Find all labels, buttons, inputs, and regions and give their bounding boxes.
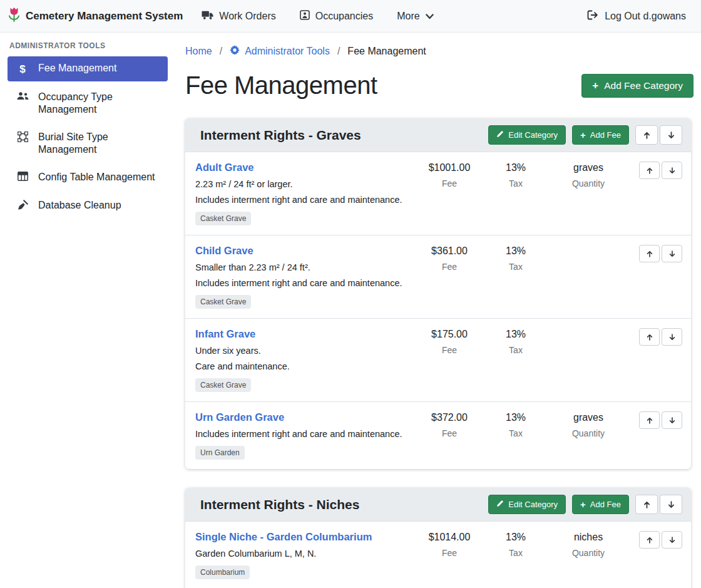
logout-label: Log Out d.gowans	[605, 11, 686, 22]
nav-links: Work Orders Occupancies More	[202, 10, 433, 23]
fee-tax-cell: 13% Tax	[486, 162, 546, 188]
page-header: Fee Management + Add Fee Category	[185, 71, 693, 100]
sidebar-item-label: Database Cleanup	[38, 199, 121, 212]
category-header: Interment Rights - Graves Edit Category …	[185, 118, 691, 152]
fee-amount-label: Fee	[413, 548, 486, 558]
fee-type-badge: Casket Grave	[195, 378, 251, 392]
fee-amount-label: Fee	[413, 262, 486, 272]
fee-amount-label: Fee	[413, 178, 486, 188]
fee-name-link[interactable]: Infant Grave	[195, 328, 255, 339]
nav-item-more[interactable]: More	[397, 11, 433, 22]
fee-amount-cell: $1014.00 Fee	[413, 531, 486, 558]
move-fee-up-button[interactable]	[639, 162, 660, 179]
tulip-logo-icon	[8, 6, 21, 26]
add-fee-category-button[interactable]: + Add Fee Category	[581, 74, 693, 98]
logout-icon	[587, 10, 599, 23]
app-brand[interactable]: Cemetery Management System	[8, 6, 183, 26]
move-category-down-button[interactable]	[660, 495, 682, 514]
move-fee-down-button[interactable]	[662, 245, 682, 262]
move-fee-down-button[interactable]	[662, 162, 682, 179]
category-header: Interment Rights - Niches Edit Category …	[185, 488, 691, 521]
truck-icon	[202, 10, 213, 23]
top-navbar: Cemetery Management System Work Orders	[0, 0, 701, 33]
category-reorder-controls	[635, 125, 682, 145]
logout-button[interactable]: Log Out d.gowans	[587, 10, 686, 23]
fee-tax-cell: 13% Tax	[486, 411, 546, 438]
fee-description: Includes interment right and care and ma…	[195, 429, 413, 439]
fee-quantity-cell: graves Quantity	[546, 162, 631, 188]
fee-tax: 13%	[486, 329, 546, 340]
fee-quantity: niches	[546, 532, 631, 543]
app-title: Cemetery Management System	[26, 10, 183, 23]
move-fee-up-button[interactable]	[639, 328, 660, 346]
fee-info: Single Niche - Garden Columbarium Garden…	[195, 531, 413, 579]
move-category-up-button[interactable]	[635, 125, 658, 145]
sidebar-item-label: Fee Management	[38, 62, 116, 75]
breadcrumb-home-link[interactable]: Home	[185, 46, 212, 57]
fee-type-badge: Columbarium	[195, 565, 250, 579]
fee-row: Single Niche - Garden Columbarium Garden…	[185, 521, 691, 588]
move-category-down-button[interactable]	[660, 125, 682, 145]
fee-row: Infant Grave Under six years. Care and m…	[185, 318, 691, 401]
chevron-down-icon	[426, 11, 434, 22]
fee-amount: $372.00	[413, 412, 486, 423]
sidebar: Administrator Tools $ Fee Management Occ…	[0, 33, 175, 588]
move-fee-up-button[interactable]	[639, 245, 660, 262]
move-fee-down-button[interactable]	[662, 531, 682, 549]
fee-amount-label: Fee	[413, 345, 486, 355]
fee-name-link[interactable]: Child Grave	[195, 245, 253, 256]
sidebar-item-burial-site-type-management[interactable]: Burial Site Type Management	[8, 125, 168, 162]
breadcrumb: Home / Administrator Tools / Fee Managem…	[183, 38, 693, 58]
fee-name-link[interactable]: Urn Garden Grave	[195, 411, 284, 423]
fee-amount-cell: $175.00 Fee	[413, 328, 486, 355]
fee-amount: $1014.00	[413, 532, 486, 543]
fee-tax-label: Tax	[486, 428, 546, 438]
breadcrumb-current: Fee Management	[347, 46, 426, 57]
sidebar-item-fee-management[interactable]: $ Fee Management	[8, 56, 168, 81]
edit-category-button[interactable]: Edit Category	[488, 495, 566, 514]
fee-reorder-controls	[636, 531, 682, 549]
fee-description: Includes interment right and care and ma…	[195, 278, 413, 288]
fee-type-badge: Casket Grave	[195, 295, 251, 309]
sidebar-item-occupancy-type-management[interactable]: Occupancy Type Management	[8, 85, 168, 121]
vector-square-icon	[15, 132, 30, 145]
fee-name-link[interactable]: Single Niche - Garden Columbarium	[195, 531, 372, 542]
move-category-up-button[interactable]	[635, 495, 658, 514]
fee-row: Urn Garden Grave Includes interment righ…	[185, 401, 691, 469]
fee-quantity-cell: graves Quantity	[546, 411, 631, 438]
fee-quantity-cell	[546, 328, 631, 329]
move-fee-up-button[interactable]	[639, 411, 660, 429]
table-icon	[15, 172, 30, 184]
edit-category-button[interactable]: Edit Category	[488, 125, 566, 145]
nav-item-occupancies[interactable]: Occupancies	[300, 10, 374, 23]
fee-tax-cell: 13% Tax	[486, 245, 546, 272]
move-fee-up-button[interactable]	[639, 531, 660, 549]
nav-item-work-orders[interactable]: Work Orders	[202, 10, 275, 23]
fee-name-link[interactable]: Adult Grave	[195, 162, 254, 173]
sidebar-item-label: Occupancy Type Management	[38, 91, 160, 116]
fee-quantity-cell	[546, 245, 631, 245]
button-label: Edit Category	[508, 500, 558, 509]
fee-type-badge: Urn Garden	[195, 446, 245, 460]
fee-quantity: graves	[546, 162, 631, 173]
sidebar-item-database-cleanup[interactable]: Database Cleanup	[8, 193, 168, 219]
fee-description: 2.23 m² / 24 ft² or larger.	[195, 179, 413, 189]
fee-tax: 13%	[486, 532, 546, 543]
fee-description: Includes interment right and care and ma…	[195, 195, 413, 205]
fee-tax-label: Tax	[486, 178, 546, 188]
fee-quantity-label: Quantity	[546, 548, 631, 558]
sidebar-item-config-table-management[interactable]: Config Table Management	[8, 165, 168, 190]
nav-item-label: More	[397, 11, 419, 22]
fee-quantity-label: Quantity	[546, 178, 631, 188]
fee-info: Infant Grave Under six years. Care and m…	[195, 328, 413, 392]
add-fee-button[interactable]: + Add Fee	[572, 495, 629, 514]
plus-icon: +	[580, 500, 586, 509]
move-fee-down-button[interactable]	[662, 411, 682, 429]
fee-type-badge: Casket Grave	[195, 212, 251, 225]
move-fee-down-button[interactable]	[662, 328, 682, 346]
add-fee-button[interactable]: + Add Fee	[572, 125, 629, 145]
dollar-icon: $	[15, 63, 30, 76]
fee-category-card-graves: Interment Rights - Graves Edit Category …	[185, 118, 691, 469]
breadcrumb-admin-tools-link[interactable]: Administrator Tools	[230, 45, 330, 58]
fee-tax-cell: 13% Tax	[486, 531, 546, 558]
